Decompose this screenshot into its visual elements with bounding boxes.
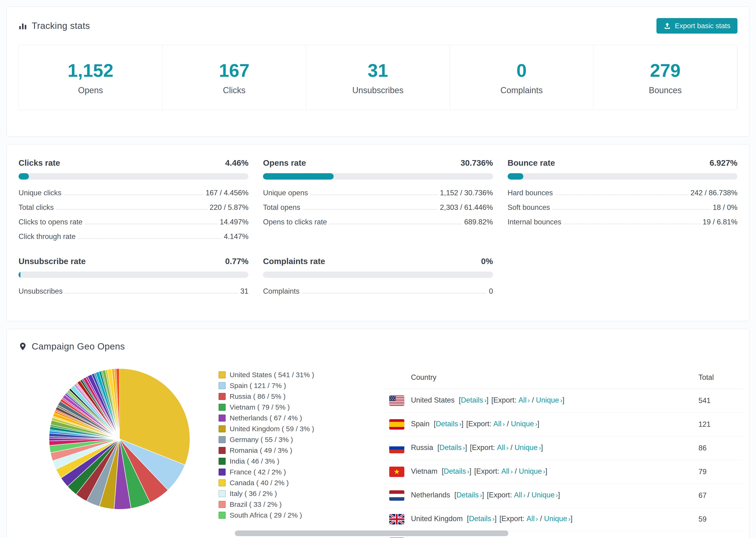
rate-title: Complaints rate [263, 256, 325, 266]
bracket: ] [537, 420, 540, 428]
legend-label: India ( 46 / 3% ) [230, 457, 279, 465]
export-prefix: Export: [502, 514, 524, 523]
chevron-right-icon: › [528, 397, 530, 404]
details-link[interactable]: Details› [436, 420, 461, 428]
chevron-right-icon: › [503, 420, 505, 428]
rate-title: Unsubscribe rate [19, 256, 86, 266]
legend-item: United States ( 541 / 31% ) [219, 369, 314, 380]
export-all-link[interactable]: All› [518, 396, 530, 404]
stat-label: Unsubscribes [352, 85, 404, 95]
stat-value: 167 [219, 60, 249, 81]
details-link[interactable]: Details› [469, 514, 495, 523]
details-link[interactable]: Details› [457, 491, 482, 499]
legend-label: Italy ( 36 / 2% ) [230, 490, 277, 498]
progress-bar-fill [263, 173, 334, 180]
export-all-link[interactable]: All› [493, 420, 505, 428]
country-total: 79 [694, 460, 743, 484]
dotted-leader [85, 224, 217, 224]
export-all-link[interactable]: All› [514, 491, 525, 499]
export-unique-link[interactable]: Unique› [519, 467, 545, 475]
stat-box: 0 Complaints [450, 45, 594, 110]
export-prefix: Export: [472, 443, 495, 452]
stat-row-label: Complaints [263, 287, 299, 296]
legend-label: Brazil ( 33 / 2% ) [230, 501, 282, 509]
stat-row-value: 689.82% [464, 218, 493, 226]
country-total: 55 [694, 531, 743, 538]
stat-row-label: Unique clicks [19, 189, 62, 197]
legend-swatch [219, 479, 226, 486]
legend-swatch [219, 436, 226, 443]
chevron-right-icon: › [492, 515, 495, 522]
stat-row: Internal bounces 19 / 6.81% [508, 215, 737, 229]
geo-table-row: Russia[Details›][Export: All› / Unique›]… [385, 436, 743, 460]
horizontal-scrollbar-thumb[interactable] [235, 530, 508, 536]
stat-row-label: Unique opens [263, 189, 308, 197]
country-name: Russia [411, 443, 433, 452]
rate-panel-complaints: Complaints rate 0% Complaints 0 [263, 256, 493, 298]
country-name: United Kingdom [411, 514, 463, 523]
total-column-header: Total [694, 366, 743, 389]
bracket: ] [545, 467, 547, 475]
bracket: [ [459, 396, 461, 404]
chevron-right-icon: › [511, 468, 513, 475]
legend-swatch [219, 371, 226, 378]
bracket: [ [454, 491, 457, 499]
export-unique-link[interactable]: Unique› [514, 443, 541, 452]
country-flag-icon [389, 490, 404, 501]
legend-swatch [219, 501, 226, 508]
bracket: ] [469, 467, 471, 475]
legend-swatch [219, 447, 226, 454]
country-total: 121 [694, 413, 743, 436]
export-prefix: Export: [468, 420, 491, 428]
rate-panel-clicks: Clicks rate 4.46% Unique clicks 167 / 4.… [19, 158, 248, 244]
details-link[interactable]: Details› [444, 467, 469, 475]
bracket: [ [470, 443, 472, 452]
stat-row-label: Total clicks [19, 203, 54, 212]
legend-label: Canada ( 40 / 2% ) [230, 479, 289, 487]
details-link[interactable]: Details› [461, 396, 486, 404]
country-name: United States [411, 396, 455, 404]
legend-item: Spain ( 121 / 7% ) [219, 380, 314, 391]
country-total: 541 [694, 389, 743, 413]
legend-label: United Kingdom ( 59 / 3% ) [230, 425, 314, 433]
export-basic-stats-label: Export basic stats [675, 22, 730, 30]
rate-title: Opens rate [263, 158, 306, 168]
details-link[interactable]: Details› [440, 443, 465, 452]
country-name: Spain [411, 420, 429, 428]
export-basic-stats-button[interactable]: Export basic stats [657, 18, 737, 33]
export-unique-link[interactable]: Unique› [511, 420, 537, 428]
chevron-right-icon: › [467, 468, 469, 475]
export-all-link[interactable]: All› [527, 514, 538, 523]
bracket: ] [570, 514, 573, 523]
legend-swatch [219, 458, 226, 465]
stat-row: Click through rate 4.147% [19, 229, 248, 244]
bracket: [ [434, 420, 436, 428]
stat-row-value: 2,303 / 61.446% [440, 203, 493, 212]
dotted-leader [65, 293, 238, 294]
dotted-leader [553, 209, 711, 210]
dotted-leader [555, 194, 688, 195]
chevron-right-icon: › [556, 492, 558, 499]
export-prefix: Export: [489, 491, 512, 499]
bracket: ] [558, 491, 560, 499]
bracket: ] [482, 491, 484, 499]
geo-opens-title: Campaign Geo Opens [32, 341, 125, 351]
export-unique-link[interactable]: Unique› [544, 514, 570, 523]
export-all-link[interactable]: All› [501, 467, 513, 475]
stat-row-value: 1,152 / 30.736% [440, 189, 493, 197]
country-flag-icon [389, 514, 404, 524]
legend-label: Netherlands ( 67 / 4% ) [230, 414, 302, 422]
legend-item: Russia ( 86 / 5% ) [219, 391, 314, 402]
stat-row: Total opens 2,303 / 61.446% [263, 200, 493, 215]
dotted-leader [564, 224, 700, 224]
chevron-right-icon: › [539, 444, 541, 452]
rate-panel-opens: Opens rate 30.736% Unique opens 1,152 / … [263, 158, 493, 244]
export-unique-link[interactable]: Unique› [536, 396, 563, 404]
progress-bar-fill [19, 272, 21, 278]
legend-swatch [219, 382, 226, 389]
export-unique-link[interactable]: Unique› [531, 491, 558, 499]
stat-row-value: 220 / 5.87% [210, 203, 248, 212]
legend-label: South Africa ( 29 / 2% ) [230, 511, 302, 519]
export-all-link[interactable]: All› [497, 443, 509, 452]
dotted-leader [303, 209, 438, 210]
